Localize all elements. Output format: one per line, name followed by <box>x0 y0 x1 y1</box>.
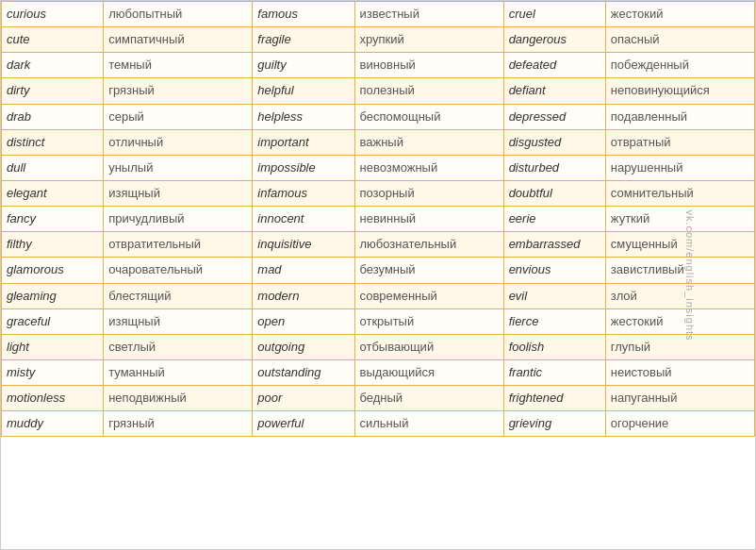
english-word: motionless <box>2 386 104 411</box>
russian-translation: виновный <box>354 53 503 78</box>
table-row: muddyгрязныйpowerfulсильныйgrievingогорч… <box>2 411 755 437</box>
table-row: curiousлюбопытныйfamousизвестныйcruelжес… <box>2 2 755 27</box>
russian-translation: неистовый <box>605 359 754 385</box>
table-row: mistyтуманныйoutstandingвыдающийсяfranti… <box>2 359 755 385</box>
english-word: doubtful <box>503 180 605 206</box>
russian-translation: унылый <box>104 155 253 180</box>
russian-translation: неповинующийся <box>605 78 754 104</box>
russian-translation: серый <box>104 104 253 129</box>
english-word: depressed <box>503 104 605 129</box>
vocabulary-table: curiousлюбопытныйfamousизвестныйcruelжес… <box>1 1 755 437</box>
russian-translation: глупый <box>605 334 754 359</box>
russian-translation: беспомощный <box>354 104 503 129</box>
russian-translation: опасный <box>605 27 754 53</box>
table-row: gleamingблестящийmodernсовременныйevilзл… <box>2 283 755 308</box>
english-word: filthy <box>2 232 104 258</box>
russian-translation: жуткий <box>605 207 754 232</box>
russian-translation: полезный <box>354 78 503 104</box>
russian-translation: открытый <box>354 308 503 334</box>
table-row: fancyпричудливыйinnocentневинныйeerieжут… <box>2 207 755 232</box>
table-row: lightсветлыйoutgoingотбывающийfoolishглу… <box>2 334 755 359</box>
russian-translation: причудливый <box>104 207 253 232</box>
russian-translation: невозможный <box>354 155 503 180</box>
english-word: helpful <box>253 78 354 104</box>
russian-translation: грязный <box>104 411 253 437</box>
russian-translation: нарушенный <box>605 155 754 180</box>
english-word: glamorous <box>2 258 104 283</box>
table-wrapper: curiousлюбопытныйfamousизвестныйcruelжес… <box>1 1 755 437</box>
russian-translation: неподвижный <box>104 386 253 411</box>
russian-translation: жестокий <box>605 308 754 334</box>
english-word: disgusted <box>503 129 605 155</box>
table-row: gracefulизящныйopenоткрытыйfierceжестоки… <box>2 308 755 334</box>
english-word: embarrassed <box>503 232 605 258</box>
russian-translation: злой <box>605 283 754 308</box>
english-word: distinct <box>2 129 104 155</box>
english-word: cute <box>2 27 104 53</box>
english-word: important <box>253 129 354 155</box>
russian-translation: позорный <box>354 180 503 206</box>
table-row: glamorousочаровательныйmadбезумныйenviou… <box>2 258 755 283</box>
english-word: eerie <box>503 207 605 232</box>
russian-translation: хрупкий <box>354 27 503 53</box>
english-word: frightened <box>503 386 605 411</box>
russian-translation: смущенный <box>605 232 754 258</box>
table-row: cuteсимпатичныйfragileхрупкийdangerousоп… <box>2 27 755 53</box>
english-word: poor <box>253 386 354 411</box>
english-word: inquisitive <box>253 232 354 258</box>
english-word: outgoing <box>253 334 354 359</box>
english-word: defiant <box>503 78 605 104</box>
watermark-text: vk.com/english_insights <box>683 209 695 341</box>
english-word: disturbed <box>503 155 605 180</box>
russian-translation: невинный <box>354 207 503 232</box>
english-word: innocent <box>253 207 354 232</box>
russian-translation: очаровательный <box>104 258 253 283</box>
russian-translation: бедный <box>354 386 503 411</box>
english-word: dull <box>2 155 104 180</box>
english-word: guilty <box>253 53 354 78</box>
russian-translation: изящный <box>104 308 253 334</box>
english-word: muddy <box>2 411 104 437</box>
english-word: curious <box>2 2 104 27</box>
russian-translation: любопытный <box>104 2 253 27</box>
russian-translation: блестящий <box>104 283 253 308</box>
english-word: outstanding <box>253 359 354 385</box>
table-row: dullунылыйimpossibleневозможныйdisturbed… <box>2 155 755 180</box>
russian-translation: завистливый <box>605 258 754 283</box>
english-word: famous <box>253 2 354 27</box>
english-word: fierce <box>503 308 605 334</box>
english-word: grieving <box>503 411 605 437</box>
english-word: evil <box>503 283 605 308</box>
russian-translation: известный <box>354 2 503 27</box>
table-row: filthyотвратительныйinquisitiveлюбознате… <box>2 232 755 258</box>
english-word: dark <box>2 53 104 78</box>
table-row: drabсерыйhelplessбеспомощныйdepressedпод… <box>2 104 755 129</box>
russian-translation: сильный <box>354 411 503 437</box>
english-word: modern <box>253 283 354 308</box>
english-word: foolish <box>503 334 605 359</box>
english-word: gleaming <box>2 283 104 308</box>
russian-translation: туманный <box>104 359 253 385</box>
russian-translation: важный <box>354 129 503 155</box>
russian-translation: огорчение <box>605 411 754 437</box>
english-word: misty <box>2 359 104 385</box>
russian-translation: побежденный <box>605 53 754 78</box>
table-row: dirtyгрязныйhelpfulполезныйdefiantнепови… <box>2 78 755 104</box>
english-word: dangerous <box>503 27 605 53</box>
russian-translation: сомнительный <box>605 180 754 206</box>
russian-translation: отвратительный <box>104 232 253 258</box>
russian-translation: любознательный <box>354 232 503 258</box>
english-word: impossible <box>253 155 354 180</box>
russian-translation: безумный <box>354 258 503 283</box>
russian-translation: подавленный <box>605 104 754 129</box>
english-word: fragile <box>253 27 354 53</box>
english-word: open <box>253 308 354 334</box>
english-word: powerful <box>253 411 354 437</box>
russian-translation: отбывающий <box>354 334 503 359</box>
english-word: elegant <box>2 180 104 206</box>
english-word: dirty <box>2 78 104 104</box>
table-row: motionlessнеподвижныйpoorбедныйfrightene… <box>2 386 755 411</box>
table-row: darkтемныйguiltyвиновныйdefeatedпобежден… <box>2 53 755 78</box>
english-word: fancy <box>2 207 104 232</box>
english-word: envious <box>503 258 605 283</box>
